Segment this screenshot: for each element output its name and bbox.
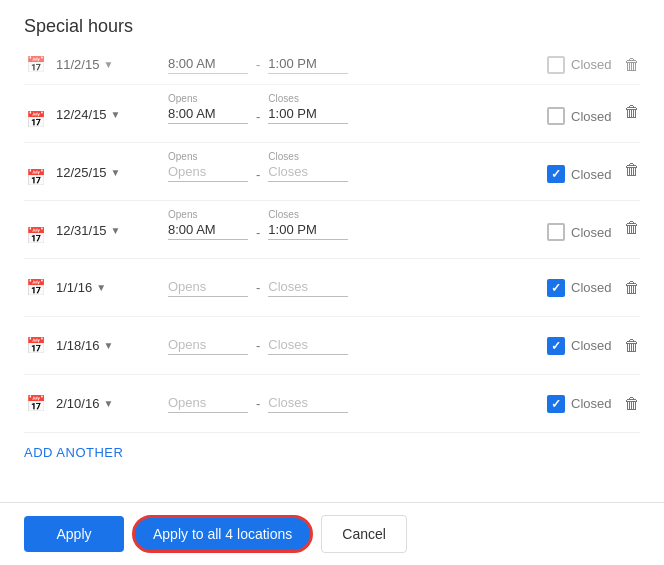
opens-label: Opens — [168, 93, 248, 104]
dialog-footer: Apply Apply to all 4 locations Cancel — [0, 502, 664, 565]
opens-value[interactable]: 8:00 AM — [168, 222, 248, 240]
closed-label: Closed — [571, 396, 616, 411]
dash: - — [248, 225, 268, 240]
closes-label: Closes — [268, 93, 348, 104]
calendar-icon: 📅 — [24, 334, 48, 358]
date-select[interactable]: 1/1/16 ▼ — [56, 280, 156, 295]
dash: - — [248, 396, 268, 411]
calendar-icon: 📅 — [24, 392, 48, 416]
closed-label: Closed — [571, 109, 616, 124]
closed-checkbox[interactable] — [547, 165, 565, 183]
closes-value[interactable]: Closes — [268, 337, 348, 355]
closes-value[interactable]: 1:00 PM — [268, 106, 348, 124]
opens-value[interactable]: Opens — [168, 395, 248, 413]
add-another-link[interactable]: ADD ANOTHER — [24, 433, 640, 468]
delete-button[interactable]: 🗑 — [624, 395, 640, 413]
date-select[interactable]: 12/24/15 ▼ — [56, 107, 156, 122]
closed-label: Closed — [571, 57, 616, 72]
calendar-icon: 📅 — [24, 107, 48, 131]
dropdown-arrow-icon: ▼ — [111, 167, 121, 178]
date-select[interactable]: 12/25/15 ▼ — [56, 165, 156, 180]
closed-checkbox[interactable] — [547, 107, 565, 125]
hours-scroll-area: 📅 11/2/15 ▼ 8:00 AM - 1:00 PM Closed 🗑 — [0, 45, 664, 502]
dropdown-arrow-icon: ▼ — [111, 109, 121, 120]
table-row: 📅 1/1/16 ▼ Opens - Closes Closed 🗑 — [24, 259, 640, 317]
opens-label: Opens — [168, 209, 248, 220]
dropdown-arrow-icon: ▼ — [96, 282, 106, 293]
date-select[interactable]: 11/2/15 ▼ — [56, 57, 156, 72]
apply-all-button[interactable]: Apply to all 4 locations — [132, 515, 313, 553]
closes-value[interactable]: 1:00 PM — [268, 56, 348, 74]
table-row: 📅 1/18/16 ▼ Opens - Closes Closed 🗑 — [24, 317, 640, 375]
closes-label: Closes — [268, 209, 348, 220]
closed-checkbox[interactable] — [547, 337, 565, 355]
delete-button[interactable]: 🗑 — [624, 161, 640, 179]
opens-value[interactable]: Opens — [168, 279, 248, 297]
closes-label: Closes — [268, 151, 348, 162]
closed-group: Closed — [547, 223, 616, 241]
closed-checkbox[interactable] — [547, 56, 565, 74]
closed-group: Closed — [547, 337, 616, 355]
dash: - — [248, 338, 268, 353]
table-row: 📅 12/24/15 ▼ Opens 8:00 AM - Closes 1:00… — [24, 85, 640, 143]
table-row: 📅 2/10/16 ▼ Opens - Closes Closed 🗑 — [24, 375, 640, 433]
closes-value[interactable]: Closes — [268, 395, 348, 413]
special-hours-dialog: Special hours 📅 11/2/15 ▼ 8:00 AM - 1:00… — [0, 0, 664, 565]
opens-value[interactable]: 8:00 AM — [168, 106, 248, 124]
date-select[interactable]: 1/18/16 ▼ — [56, 338, 156, 353]
date-select[interactable]: 2/10/16 ▼ — [56, 396, 156, 411]
calendar-icon: 📅 — [24, 53, 48, 77]
dash: - — [248, 280, 268, 295]
closes-value[interactable]: Closes — [268, 279, 348, 297]
closed-label: Closed — [571, 280, 616, 295]
apply-button[interactable]: Apply — [24, 516, 124, 552]
opens-value[interactable]: Opens — [168, 164, 248, 182]
delete-button[interactable]: 🗑 — [624, 103, 640, 121]
dash: - — [248, 57, 268, 72]
closed-checkbox[interactable] — [547, 223, 565, 241]
dropdown-arrow-icon: ▼ — [103, 398, 113, 409]
delete-button[interactable]: 🗑 — [624, 219, 640, 237]
dropdown-arrow-icon: ▼ — [103, 340, 113, 351]
table-row: 📅 11/2/15 ▼ 8:00 AM - 1:00 PM Closed 🗑 — [24, 45, 640, 85]
closed-group: Closed — [547, 165, 616, 183]
closes-value[interactable]: 1:00 PM — [268, 222, 348, 240]
delete-button[interactable]: 🗑 — [624, 56, 640, 74]
opens-label: Opens — [168, 151, 248, 162]
closed-group: Closed — [547, 395, 616, 413]
closed-group: Closed — [547, 107, 616, 125]
closed-label: Closed — [571, 167, 616, 182]
closes-value[interactable]: Closes — [268, 164, 348, 182]
calendar-icon: 📅 — [24, 223, 48, 247]
closed-checkbox[interactable] — [547, 395, 565, 413]
dropdown-arrow-icon: ▼ — [111, 225, 121, 236]
dropdown-arrow-icon: ▼ — [103, 59, 113, 70]
delete-button[interactable]: 🗑 — [624, 337, 640, 355]
dash: - — [248, 167, 268, 182]
closed-group: Closed — [547, 279, 616, 297]
opens-value[interactable]: Opens — [168, 337, 248, 355]
opens-value[interactable]: 8:00 AM — [168, 56, 248, 74]
calendar-icon: 📅 — [24, 165, 48, 189]
cancel-button[interactable]: Cancel — [321, 515, 407, 553]
delete-button[interactable]: 🗑 — [624, 279, 640, 297]
table-row: 📅 12/31/15 ▼ Opens 8:00 AM - Closes 1:00… — [24, 201, 640, 259]
calendar-icon: 📅 — [24, 276, 48, 300]
date-select[interactable]: 12/31/15 ▼ — [56, 223, 156, 238]
dash: - — [248, 109, 268, 124]
table-row: 📅 12/25/15 ▼ Opens Opens - Closes Closes — [24, 143, 640, 201]
closed-checkbox[interactable] — [547, 279, 565, 297]
closed-group: Closed — [547, 56, 616, 74]
dialog-title: Special hours — [0, 0, 664, 45]
closed-label: Closed — [571, 338, 616, 353]
closed-label: Closed — [571, 225, 616, 240]
